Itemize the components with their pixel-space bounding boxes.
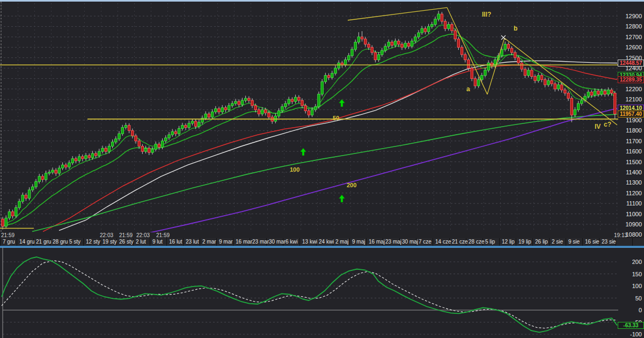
candle-body	[477, 79, 479, 86]
candle-body	[161, 141, 163, 148]
candle-body	[534, 77, 536, 81]
candle-body	[298, 97, 300, 100]
candle-body	[25, 195, 27, 199]
candle-body	[238, 101, 240, 105]
up-arrow-marker	[339, 195, 345, 202]
price-axis-label: 11600	[623, 148, 642, 155]
candle-body	[251, 100, 253, 106]
indicator-axis-label: 200	[623, 259, 642, 265]
candle-body	[2, 219, 4, 226]
candle-body	[381, 50, 383, 55]
candle-body	[364, 39, 367, 45]
candle-body	[504, 44, 506, 49]
trend-line	[504, 38, 617, 125]
date-axis-label: 24 kwi	[319, 239, 334, 245]
time-axis-label: 21:59	[119, 232, 133, 238]
candle-body	[460, 47, 463, 55]
candle-body	[191, 121, 193, 123]
trading-chart-window: III?baIVc?50100200 21:5922:0321:5922:032…	[0, 0, 644, 338]
candle-body	[294, 97, 296, 101]
candle-body	[437, 14, 440, 19]
candle-body	[527, 70, 529, 76]
candle-body	[484, 70, 486, 76]
time-axis-row: 21:5922:0321:5922:0321:5919:13	[0, 232, 644, 238]
candle-body	[94, 153, 97, 156]
price-chart-canvas[interactable]: III?baIVc?50100200	[0, 0, 644, 232]
date-axis-label: 19 lip	[518, 239, 531, 245]
candle-body	[551, 80, 553, 84]
candle-body	[394, 41, 396, 46]
candle-body	[424, 28, 426, 32]
date-axis-label: 6 kwi	[286, 239, 298, 245]
date-axis-label: 14 cze	[435, 239, 451, 245]
ma-period-label: 50	[333, 115, 339, 121]
candle-body	[324, 76, 326, 82]
candle-body	[540, 76, 543, 80]
candle-body	[604, 91, 606, 94]
candle-body	[414, 37, 416, 41]
candle-body	[61, 165, 63, 168]
price-marker-box: 12448.57	[618, 60, 644, 67]
indicator-axis-label: 150	[623, 271, 642, 277]
candle-body	[254, 106, 257, 110]
candle-body	[560, 85, 562, 90]
wave-label: a	[466, 85, 470, 93]
candle-body	[48, 172, 50, 173]
wave-label: b	[514, 25, 517, 32]
indicator-panel-canvas[interactable]	[0, 247, 644, 338]
candle-body	[581, 100, 583, 104]
date-axis-label: 7 cze	[419, 239, 431, 245]
candle-body	[574, 110, 576, 115]
date-axis-label: 23 lut	[186, 239, 199, 245]
candle-body	[308, 111, 310, 115]
candle-body	[231, 104, 233, 106]
candle-body	[451, 25, 453, 31]
candle-body	[105, 148, 107, 151]
date-axis-row[interactable]: 7 gru14 gru21 gru28 gru5 sty12 sty19 sty…	[0, 238, 644, 246]
candle-body	[32, 187, 34, 190]
candle-body	[241, 100, 243, 105]
price-axis-label: 10900	[623, 221, 642, 227]
candle-body	[311, 110, 313, 115]
candle-body	[368, 44, 370, 47]
cross-marker	[501, 35, 506, 40]
date-axis-label: 9 lut	[152, 239, 163, 245]
candle-body	[471, 68, 473, 78]
candle-body	[351, 49, 353, 56]
price-axis-label: 11900	[623, 117, 642, 123]
indicator-axis-label: 50	[623, 295, 642, 302]
time-axis-label: 22:03	[136, 232, 150, 238]
candle-body	[228, 106, 230, 110]
price-axis-label: 12100	[623, 96, 642, 102]
date-axis-label: 2 lut	[136, 239, 146, 245]
candle-body	[418, 33, 420, 37]
candle-body	[135, 136, 137, 141]
candle-body	[215, 109, 217, 112]
candle-body	[391, 42, 393, 46]
candle-body	[557, 85, 559, 89]
candle-body	[78, 157, 80, 161]
time-axis-label: 21:59	[156, 232, 170, 238]
time-axis-label: 22:03	[100, 232, 113, 238]
candle-body	[344, 60, 346, 65]
price-axis-label: 12800	[623, 23, 642, 30]
candle-body	[377, 55, 379, 60]
candle-body	[265, 110, 267, 113]
candle-body	[141, 146, 143, 152]
date-axis-label: 12 lip	[502, 239, 515, 245]
wave-label: III?	[482, 11, 491, 18]
candle-body	[128, 126, 130, 131]
candle-body	[58, 168, 60, 173]
date-axis-label: 14 gru	[19, 239, 34, 245]
candle-body	[118, 134, 120, 139]
candle-body	[101, 148, 104, 151]
candle-body	[277, 111, 280, 116]
candle-body	[91, 153, 93, 158]
candle-body	[421, 28, 423, 33]
price-axis-label: 11500	[623, 159, 642, 165]
candle-body	[331, 74, 333, 78]
candle-body	[155, 144, 157, 150]
candle-body	[601, 91, 603, 94]
date-axis-label: 13 kwi	[302, 239, 317, 245]
candle-body	[531, 70, 533, 77]
